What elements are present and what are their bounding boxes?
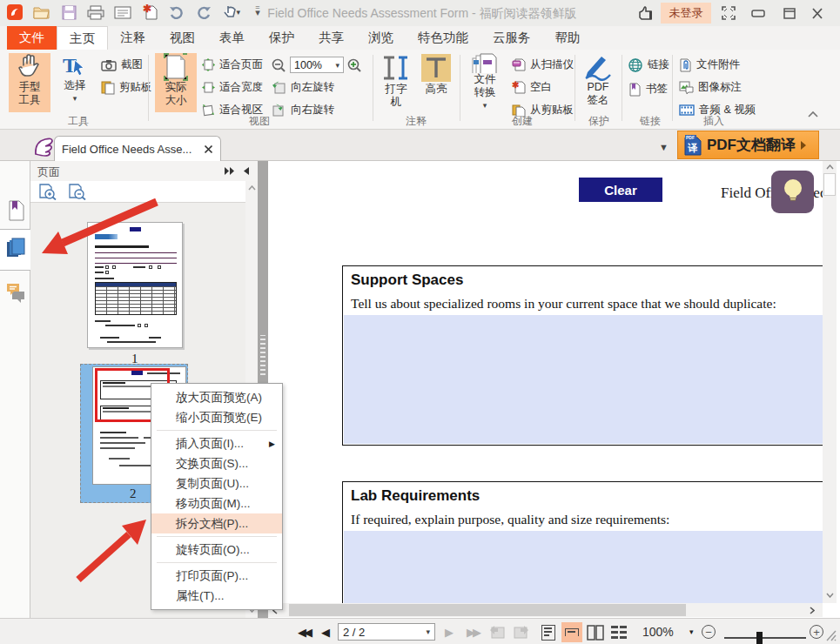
next-view-button[interactable] (514, 622, 529, 641)
convert-button[interactable]: 文件转换 ▾ (465, 53, 505, 112)
zoom-dropdown[interactable]: ▾ (689, 622, 694, 641)
tab-home[interactable]: 主页 (57, 26, 108, 50)
open-file-icon[interactable] (32, 3, 51, 22)
enlarge-thumbnails-icon[interactable] (39, 184, 57, 200)
image-annotation-button[interactable]: 图像标注 (679, 78, 756, 97)
tab-cloud[interactable]: 云服务 (480, 26, 543, 50)
snapshot-button[interactable]: 截图 (101, 56, 160, 74)
highlight-button[interactable]: 高亮 (418, 53, 454, 112)
zoom-level-combobox[interactable]: 100% ▾ (290, 57, 344, 73)
zoom-out-button[interactable]: − (702, 622, 716, 641)
vertical-scroll-thumb[interactable] (823, 173, 836, 196)
lightbulb-annotation-icon[interactable] (771, 171, 814, 213)
minimize-button[interactable] (749, 3, 768, 23)
menu-item-split-document[interactable]: 拆分文档(P)... (151, 513, 282, 533)
tab-share[interactable]: 共享 (306, 26, 356, 50)
fullscreen-icon[interactable] (719, 3, 738, 23)
redo-icon[interactable] (194, 3, 213, 22)
horizontal-scroll-thumb[interactable] (289, 604, 686, 616)
menu-item-rotate-pages[interactable]: 旋转页面(O)... (151, 540, 282, 560)
pdf-sign-button[interactable]: PDF签名 (578, 53, 618, 112)
zoom-in-icon[interactable] (347, 58, 362, 72)
previous-view-button[interactable] (489, 622, 505, 641)
zoom-in-button[interactable]: + (810, 622, 823, 641)
menu-item-properties[interactable]: 属性(T)... (151, 586, 282, 606)
first-page-button[interactable]: ◀◀ (294, 622, 313, 641)
save-icon[interactable] (59, 3, 78, 22)
page-number-box[interactable]: 2 / 2 ▾ (338, 623, 435, 641)
tab-help[interactable]: 帮助 (543, 26, 593, 50)
tab-protect[interactable]: 保护 (257, 26, 306, 50)
typewriter-button[interactable]: 打字机 (378, 53, 414, 112)
ribbon-collapse-icon[interactable] (808, 109, 818, 119)
actual-size-button[interactable]: 实际大小 (155, 53, 197, 112)
zoom-out-icon[interactable] (272, 58, 286, 72)
horizontal-scrollbar[interactable] (268, 603, 823, 617)
fit-page-button[interactable]: 适合页面 (202, 56, 263, 74)
convert-dropdown[interactable]: ▾ (483, 99, 487, 112)
from-scanner-button[interactable]: 从扫描仪 (512, 56, 574, 74)
clear-form-button[interactable]: Clear (579, 178, 662, 202)
scroll-up-icon[interactable] (826, 164, 834, 170)
zoom-slider-handle[interactable] (756, 632, 763, 644)
print-icon[interactable] (86, 3, 105, 22)
comments-panel-icon[interactable] (6, 283, 26, 306)
resize-grip[interactable] (825, 629, 837, 644)
panel-expand-icon[interactable] (224, 166, 236, 176)
lab-requirements-field[interactable] (344, 531, 823, 603)
page-thumbnail-1[interactable] (87, 222, 183, 348)
menu-item-insert-pages[interactable]: 插入页面(I)... ▶ (151, 433, 282, 453)
tab-browse[interactable]: 浏览 (356, 26, 406, 50)
restore-button[interactable] (780, 3, 799, 23)
file-attachment-button[interactable]: 文件附件 (679, 56, 756, 74)
email-icon[interactable] (113, 3, 132, 22)
tab-file[interactable]: 文件 (7, 26, 57, 50)
pdf-translate-button[interactable]: PDF译 PDF文档翻译 (677, 131, 819, 159)
scroll-right-icon[interactable] (810, 607, 815, 614)
continuous-facing-view-button[interactable] (608, 622, 629, 642)
tabbar-dropdown[interactable]: ▼ (659, 142, 669, 152)
doc-tab[interactable]: Field Office Needs Asse... (54, 136, 221, 161)
splitter-grip[interactable] (260, 335, 265, 375)
blank-page-button[interactable]: ✱ 空白 (512, 78, 574, 97)
scroll-down-icon[interactable] (826, 593, 834, 598)
select-dropdown[interactable]: ▾ (73, 92, 77, 105)
tab-features[interactable]: 特色功能 (406, 26, 480, 50)
facing-view-button[interactable] (585, 622, 606, 642)
panel-scroll-up-icon[interactable] (248, 185, 256, 191)
rotate-left-button[interactable]: 向左旋转 (272, 78, 334, 97)
support-spaces-field[interactable] (344, 315, 823, 444)
single-page-view-button[interactable] (538, 622, 559, 642)
menu-item-move-pages[interactable]: 移动页面(M)... (151, 493, 282, 513)
new-document-icon[interactable]: ✱ (140, 3, 159, 22)
last-page-button[interactable]: ▶▶ (463, 622, 482, 641)
menu-item-print-pages[interactable]: 打印页面(P)... (151, 566, 282, 586)
select-tool-button[interactable]: T 选择 ▾ (56, 53, 94, 112)
menu-item-enlarge-preview[interactable]: 放大页面预览(A) (151, 387, 282, 407)
vertical-scrollbar[interactable] (823, 161, 837, 603)
tab-view[interactable]: 视图 (158, 26, 207, 50)
tab-comment[interactable]: 注释 (108, 26, 158, 50)
panel-collapse-icon[interactable] (242, 166, 250, 176)
login-status-badge[interactable]: 未登录 (661, 3, 711, 23)
share-icon[interactable] (636, 4, 655, 25)
pages-panel-icon[interactable] (6, 238, 26, 264)
menu-item-reduce-preview[interactable]: 缩小页面预览(E) (151, 407, 282, 427)
reduce-thumbnails-icon[interactable] (69, 184, 86, 200)
reading-mode-icon[interactable] (33, 137, 54, 161)
bookmarks-panel-icon[interactable] (7, 200, 24, 225)
menu-item-swap-pages[interactable]: 交换页面(S)... (151, 453, 282, 473)
clipboard-button[interactable]: 剪贴板 ▾ (101, 78, 160, 97)
previous-page-button[interactable]: ◀ (319, 622, 333, 641)
close-button[interactable] (808, 3, 827, 23)
undo-icon[interactable] (167, 3, 186, 22)
tab-form[interactable]: 表单 (207, 26, 257, 50)
zoom-slider-track[interactable] (724, 637, 806, 639)
fit-width-button[interactable]: 适合宽度 (202, 78, 263, 97)
bookmark-button[interactable]: 书签 (628, 80, 669, 98)
continuous-view-button[interactable] (561, 622, 582, 642)
next-page-button[interactable]: ▶ (442, 622, 456, 641)
menu-item-duplicate-pages[interactable]: 复制页面(U)... (151, 473, 282, 493)
link-button[interactable]: 链接 (628, 56, 669, 74)
hand-tool-button[interactable]: 手型工具 (9, 53, 50, 112)
